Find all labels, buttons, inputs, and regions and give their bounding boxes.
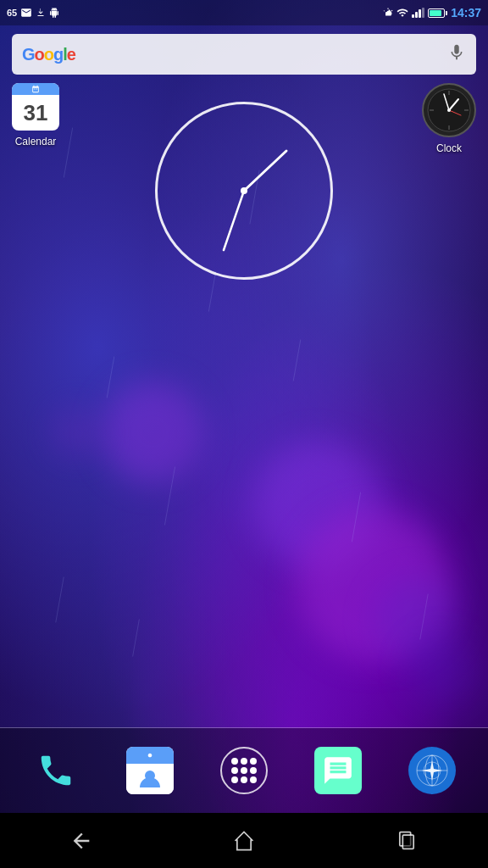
- calendar-day: 31: [24, 102, 48, 124]
- dock: [0, 728, 488, 813]
- clock-face-large: [155, 102, 333, 280]
- android-icon: [49, 8, 59, 18]
- svg-line-9: [244, 151, 286, 191]
- calendar-header: [12, 83, 59, 95]
- calendar-icon: 31: [12, 83, 59, 131]
- signal-strength: [412, 8, 424, 18]
- back-button[interactable]: [56, 824, 107, 858]
- svg-rect-19: [402, 835, 413, 849]
- clock-widget-svg: [158, 104, 330, 277]
- apps-dots: [231, 758, 257, 783]
- gmail-icon: [20, 7, 32, 19]
- status-time: 14:37: [451, 6, 481, 19]
- nav-bar: [0, 813, 488, 868]
- notification-count: 65: [7, 8, 17, 18]
- mic-icon[interactable]: [447, 43, 466, 66]
- clock-widget[interactable]: [155, 102, 333, 280]
- dock-messenger[interactable]: [314, 747, 362, 794]
- status-bar: 65: [0, 0, 488, 25]
- recents-button[interactable]: [381, 824, 432, 858]
- svg-point-11: [241, 187, 247, 194]
- clock-app[interactable]: Clock: [422, 83, 476, 154]
- dock-phone[interactable]: [32, 747, 80, 794]
- calendar-body: 31: [12, 95, 59, 131]
- phone-icon: [32, 747, 80, 794]
- alarm-icon: [383, 8, 393, 18]
- clock-app-face: [427, 88, 471, 132]
- messenger-icon: [314, 747, 362, 794]
- battery-icon: [428, 8, 447, 18]
- browser-icon: [408, 747, 456, 794]
- home-button[interactable]: [219, 824, 269, 858]
- svg-line-10: [224, 191, 244, 250]
- status-right: 14:37: [383, 6, 481, 19]
- dock-apps[interactable]: [220, 747, 268, 794]
- dock-browser[interactable]: [408, 747, 456, 794]
- contacts-icon: [126, 747, 174, 794]
- svg-point-8: [447, 108, 451, 112]
- calendar-app[interactable]: 31 Calendar: [12, 83, 59, 147]
- apps-grid-icon: [220, 747, 268, 794]
- search-bar[interactable]: Google: [12, 34, 476, 75]
- clock-label: Clock: [436, 142, 462, 154]
- status-left: 65: [7, 7, 59, 19]
- clock-app-icon: [422, 83, 476, 137]
- download-icon: [36, 8, 46, 18]
- dock-contacts[interactable]: [126, 747, 174, 794]
- google-logo: Google: [22, 45, 75, 64]
- wifi-icon: [396, 7, 408, 19]
- calendar-label: Calendar: [15, 136, 57, 147]
